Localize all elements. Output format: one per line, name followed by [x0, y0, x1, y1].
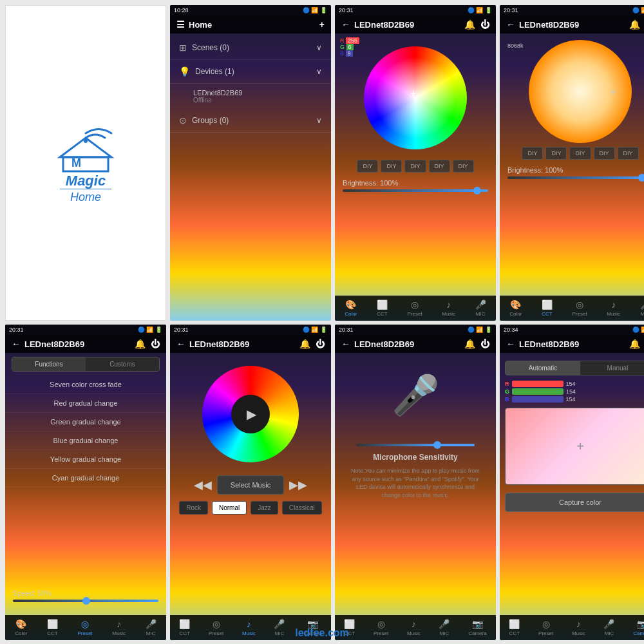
preset-item-1[interactable]: Red gradual change: [5, 394, 166, 413]
power-icon-mic[interactable]: ⏻: [480, 339, 489, 349]
status-bar-cct: 20:31 🔵 📶 🔋: [500, 5, 644, 15]
devices-icon: 💡: [179, 66, 190, 77]
music-nav-icon: ♪: [446, 299, 451, 310]
sensitivity-slider[interactable]: [356, 444, 475, 446]
cct-diy-btn-3[interactable]: DIY: [569, 147, 591, 160]
nav-cct-music[interactable]: ♪ Music: [607, 299, 620, 317]
alarm-icon-mic[interactable]: 🔔: [464, 339, 475, 349]
device-sub-item[interactable]: LEDnet8D2B69 Offline: [170, 84, 331, 109]
cct-diy-btn-2[interactable]: DIY: [545, 147, 567, 160]
color-wheel-container[interactable]: +: [335, 40, 496, 156]
alarm-icon-camera[interactable]: 🔔: [629, 339, 640, 349]
color-preview-box[interactable]: +: [505, 408, 644, 485]
power-icon-preset[interactable]: ⏻: [151, 339, 160, 349]
preset-item-5[interactable]: Cyan gradual change: [5, 469, 166, 488]
status-time-mic: 20:31: [339, 327, 354, 333]
alarm-icon-color[interactable]: 🔔: [464, 19, 475, 30]
status-icons-home: 🔵 📶 🔋: [303, 7, 327, 14]
add-icon-home[interactable]: +: [319, 19, 325, 30]
genre-rock[interactable]: Rock: [179, 501, 208, 515]
brightness-slider-cct[interactable]: [507, 176, 644, 179]
nav-cct-preset[interactable]: ◎ Preset: [573, 299, 587, 317]
back-icon-mic[interactable]: ←: [341, 339, 350, 349]
color-wheel[interactable]: +: [364, 46, 467, 149]
cct-diy-btn-5[interactable]: DIY: [618, 147, 639, 160]
rgb-g-label: G: [505, 388, 509, 395]
devices-menu-item[interactable]: 💡 Devices (1) ∨: [170, 60, 331, 84]
cct-diy-btn-1[interactable]: DIY: [522, 147, 543, 160]
logo-home-text: Home: [60, 189, 111, 204]
cct-preset-icon: ◎: [576, 299, 583, 310]
groups-menu-item[interactable]: ⊙ Groups (0) ∨: [170, 109, 331, 133]
cct-diy-btn-4[interactable]: DIY: [594, 147, 615, 160]
diy-btn-5[interactable]: DIY: [453, 160, 474, 173]
nav-preset[interactable]: ◎ Preset: [408, 299, 422, 317]
nav-music[interactable]: ♪ Music: [442, 299, 455, 317]
back-icon-music[interactable]: ←: [176, 339, 185, 349]
status-icons-preset: 🔵 📶 🔋: [138, 327, 162, 333]
nav-cct-color[interactable]: 🎨 Color: [509, 299, 522, 317]
back-icon-color[interactable]: ←: [341, 19, 350, 30]
select-music-button[interactable]: Select Music: [217, 475, 284, 495]
alarm-icon-preset[interactable]: 🔔: [135, 339, 146, 349]
header-title-cct: LEDnet8D2B69: [519, 20, 579, 30]
home-screen-panel: 10:28 🔵 📶 🔋 ☰ Home + ⊞ Scenes (0) ∨: [170, 5, 331, 321]
rgb-b-bar: [512, 396, 564, 402]
header-left-home: ☰ Home: [176, 19, 212, 30]
menu-icon-home[interactable]: ☰: [176, 19, 185, 30]
music-player: ▶ ◀◀ Select Music ▶▶ Rock Normal Jazz Cl…: [170, 353, 331, 527]
nav-cct-mic[interactable]: 🎤 MIC: [640, 299, 644, 317]
header-title-music: LEDnet8D2B69: [189, 339, 249, 349]
prev-button[interactable]: ◀◀: [194, 478, 212, 492]
status-bar-camera: 20:34 🔵 📶 🔋: [500, 325, 644, 335]
preset-item-4[interactable]: Yellow gradual change: [5, 450, 166, 469]
camera-screen-panel: 20:34 🔵 📶 🔋 ← LEDnet8D2B69 🔔 ⏻ Automatic…: [500, 325, 644, 640]
tab-automatic[interactable]: Automatic: [506, 361, 580, 375]
genre-jazz[interactable]: Jazz: [251, 501, 278, 515]
back-icon-cct[interactable]: ←: [506, 19, 515, 30]
diy-btn-2[interactable]: DIY: [381, 160, 402, 173]
nav-cct-cct[interactable]: ⬜ CCT: [542, 299, 553, 317]
back-icon-preset[interactable]: ←: [12, 339, 21, 349]
tab-manual[interactable]: Manual: [580, 361, 644, 375]
app-header-music: ← LEDnet8D2B69 🔔 ⏻: [170, 335, 331, 353]
mic-container: 🎤 Microphone Sensitivity Note:You can mi…: [335, 353, 496, 506]
back-icon-camera[interactable]: ←: [506, 339, 515, 349]
brightness-slider-color[interactable]: [343, 189, 488, 192]
preview-plus-icon: +: [576, 439, 584, 454]
preset-item-3[interactable]: Blue gradual change: [5, 431, 166, 450]
genre-normal[interactable]: Normal: [212, 501, 247, 515]
next-button[interactable]: ▶▶: [289, 478, 307, 492]
power-icon-music[interactable]: ⏻: [316, 339, 325, 349]
scenes-menu-item[interactable]: ⊞ Scenes (0) ∨: [170, 36, 331, 60]
cct-circle[interactable]: +: [529, 40, 632, 143]
diy-btn-4[interactable]: DIY: [429, 160, 450, 173]
status-bar-mic: 20:31 🔵 📶 🔋: [335, 325, 496, 335]
tab-customs[interactable]: Customs: [86, 357, 159, 371]
power-icon-color[interactable]: ⏻: [480, 19, 489, 30]
preset-item-0[interactable]: Seven color cross fade: [5, 375, 166, 394]
nav-color[interactable]: 🎨 Color: [345, 299, 357, 317]
capture-color-button[interactable]: Capture color: [505, 493, 644, 512]
diy-btn-3[interactable]: DIY: [404, 160, 426, 173]
color-screen-panel: 20:31 🔵 📶 🔋 ← LEDnet8D2B69 🔔 ⏻ R 255 G 6…: [335, 5, 496, 321]
music-disc[interactable]: ▶: [202, 366, 299, 462]
device-name-home: LEDnet8D2B69: [193, 89, 322, 97]
rgb-g-num: 154: [566, 388, 576, 395]
diy-btn-1[interactable]: DIY: [357, 160, 378, 173]
app-header-preset: ← LEDnet8D2B69 🔔 ⏻: [5, 335, 166, 353]
nav-mic[interactable]: 🎤 MIC: [475, 299, 486, 317]
alarm-icon-cct[interactable]: 🔔: [629, 19, 640, 30]
genre-classical[interactable]: Classical: [282, 501, 322, 515]
cct-nav-icon: ⬜: [377, 299, 388, 310]
camera-rgb-g: G 154: [505, 388, 644, 395]
tab-functions[interactable]: Functions: [12, 357, 86, 371]
preset-item-2[interactable]: Green gradual change: [5, 413, 166, 431]
rgb-r-num: 154: [566, 381, 576, 387]
header-title-color: LEDnet8D2B69: [354, 20, 414, 30]
nav-cct[interactable]: ⬜ CCT: [377, 299, 388, 317]
alarm-icon-music[interactable]: 🔔: [299, 339, 310, 349]
sensitivity-thumb: [433, 441, 441, 449]
speed-slider[interactable]: [13, 600, 158, 602]
brightness-row-cct: Brightness: 100%: [500, 164, 644, 182]
